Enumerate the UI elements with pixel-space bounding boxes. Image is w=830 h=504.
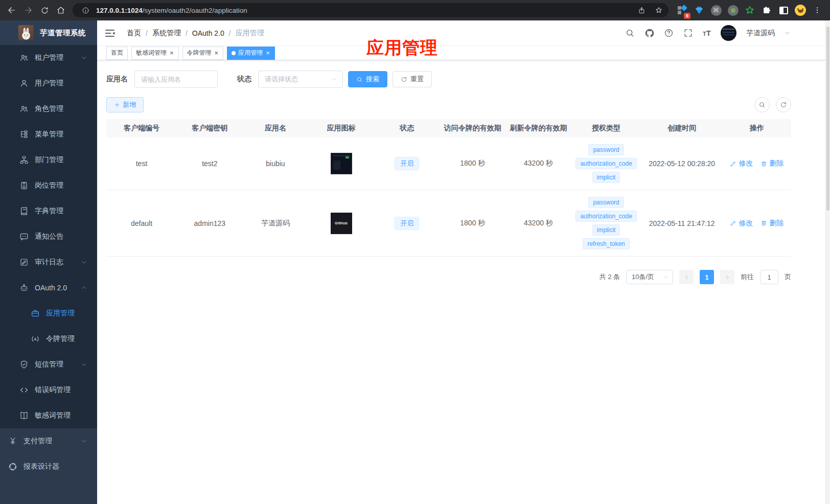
- browser-reload-icon[interactable]: [37, 3, 52, 18]
- share-icon[interactable]: [635, 4, 648, 17]
- recorder-extension-icon[interactable]: [725, 3, 741, 18]
- github-icon[interactable]: [644, 28, 654, 38]
- sidebar-item-label: 审计日志: [35, 258, 63, 267]
- column-header-应用名: 应用名: [243, 124, 309, 133]
- column-header-应用图标: 应用图标: [308, 124, 374, 133]
- browser-toolbar: 127.0.0.1:1024/system/oauth2/oauth2/appl…: [0, 0, 830, 20]
- prev-page-button[interactable]: [679, 270, 694, 284]
- search-button[interactable]: 搜索: [348, 71, 387, 87]
- close-tab-icon[interactable]: ×: [169, 50, 174, 56]
- grant-type-tag: implicit: [592, 172, 620, 183]
- column-header-创建时间: 创建时间: [641, 124, 722, 133]
- sidebar-item-label: 部门管理: [35, 155, 63, 165]
- sidebar-item-角色管理[interactable]: 角色管理: [0, 96, 97, 122]
- fullscreen-icon[interactable]: [683, 28, 693, 38]
- header-search-icon[interactable]: [625, 28, 635, 38]
- delete-link[interactable]: 删除: [760, 159, 783, 168]
- next-page-button[interactable]: [720, 270, 734, 284]
- tab-应用管理[interactable]: 应用管理×: [227, 47, 275, 60]
- user-name[interactable]: 芋道源码: [746, 29, 775, 38]
- sidebar-item-支付管理[interactable]: 支付管理: [0, 428, 97, 454]
- extension-badge: 9: [684, 13, 690, 19]
- add-button[interactable]: 新增: [106, 97, 144, 112]
- goto-page-input[interactable]: [760, 270, 778, 284]
- page-size-select[interactable]: 10条/页: [626, 270, 673, 284]
- refresh-table-icon[interactable]: [776, 97, 791, 112]
- sidebar-item-敏感词管理[interactable]: 敏感词管理: [0, 403, 97, 428]
- post-badge-icon: [19, 181, 29, 190]
- sidebar-item-label: 角色管理: [35, 104, 63, 113]
- plus-icon: [114, 102, 120, 108]
- delete-icon: [760, 220, 767, 226]
- page-number-1[interactable]: 1: [700, 270, 714, 284]
- puzzle-extensions-icon[interactable]: [759, 3, 774, 18]
- sidebar-item-审计日志[interactable]: 审计日志: [0, 249, 97, 275]
- sidebar-item-用户管理[interactable]: 用户管理: [0, 71, 97, 96]
- column-header-操作: 操作: [723, 124, 791, 133]
- cell-client-secret: test2: [202, 159, 217, 168]
- command-extension-icon[interactable]: ⌘: [708, 3, 724, 18]
- chevron-down-icon: [81, 259, 87, 265]
- edit-link[interactable]: 修改: [730, 219, 753, 228]
- delete-link[interactable]: 删除: [760, 219, 783, 228]
- sidepanel-icon[interactable]: [776, 3, 791, 18]
- edit-link[interactable]: 修改: [730, 159, 753, 168]
- tampermonkey-extension-icon[interactable]: 9: [675, 3, 690, 18]
- browser-back-icon[interactable]: [4, 3, 19, 18]
- user-caret-down-icon[interactable]: [785, 30, 790, 36]
- tab-首页[interactable]: 首页: [106, 47, 128, 60]
- sidebar-item-应用管理[interactable]: 应用管理: [0, 301, 97, 326]
- help-icon[interactable]: [664, 28, 674, 38]
- breadcrumb-item-首页[interactable]: 首页: [127, 29, 141, 38]
- token-icon: A: [31, 334, 40, 343]
- app-icon-screenshot: [331, 153, 352, 174]
- cell-app-name: 芋道源码: [261, 219, 290, 228]
- address-bar[interactable]: 127.0.0.1:1024/system/oauth2/oauth2/appl…: [73, 3, 668, 17]
- sidebar-item-报表设计器[interactable]: 报表设计器: [0, 454, 97, 479]
- scrollbar-track[interactable]: [825, 20, 830, 504]
- breadcrumb-item-系统管理[interactable]: 系统管理: [152, 29, 181, 38]
- bookmark-star-icon[interactable]: [652, 4, 665, 17]
- message-icon: [19, 232, 29, 241]
- browser-menu-icon[interactable]: [810, 3, 825, 18]
- sidebar-item-字典管理[interactable]: 字典管理: [0, 198, 97, 224]
- collapse-sidebar-icon[interactable]: [104, 28, 116, 39]
- site-info-icon[interactable]: [79, 4, 92, 17]
- browser-home-icon[interactable]: [53, 3, 68, 18]
- logo-rabbit-image: [18, 25, 34, 40]
- font-size-icon[interactable]: TT: [703, 29, 711, 37]
- tab-敏感词管理[interactable]: 敏感词管理×: [131, 47, 179, 60]
- app-logo[interactable]: 芋道管理系统: [0, 20, 97, 45]
- sidebar-item-岗位管理[interactable]: 岗位管理: [0, 173, 97, 198]
- sidebar-item-令牌管理[interactable]: A令牌管理: [0, 326, 97, 352]
- sidebar-item-通知公告[interactable]: 通知公告: [0, 224, 97, 249]
- sidebar-item-错误码管理[interactable]: 错误码管理: [0, 377, 97, 403]
- breadcrumb-item-OAuth 2.0[interactable]: OAuth 2.0: [192, 29, 224, 37]
- status-select[interactable]: 请选择状态: [258, 71, 343, 88]
- star-extension-icon[interactable]: [742, 3, 757, 18]
- sidebar-item-菜单管理[interactable]: 菜单管理: [0, 122, 97, 147]
- robot-icon: [19, 283, 29, 292]
- sidebar-item-OAuth 2.0[interactable]: OAuth 2.0: [0, 275, 97, 301]
- column-header-授权类型: 授权类型: [571, 124, 641, 133]
- browser-forward-icon[interactable]: [20, 3, 36, 18]
- avatar[interactable]: [721, 25, 736, 41]
- close-tab-icon[interactable]: ×: [214, 50, 219, 56]
- sidebar-item-短信管理[interactable]: 短信管理: [0, 352, 97, 377]
- sidebar-item-部门管理[interactable]: 部门管理: [0, 147, 97, 173]
- delete-icon: [760, 161, 767, 167]
- gem-extension-icon[interactable]: [691, 3, 707, 18]
- tab-令牌管理[interactable]: 令牌管理×: [182, 47, 224, 60]
- profile-emoji-icon[interactable]: [793, 3, 808, 18]
- close-tab-icon[interactable]: ×: [265, 50, 270, 56]
- table-body: testtest2biubiu开启1800 秒43200 秒passwordau…: [106, 138, 791, 257]
- sidebar-item-label: 应用管理: [46, 309, 75, 318]
- reset-button[interactable]: 重置: [393, 71, 432, 87]
- grant-types: passwordauthorization_codeimplicitrefres…: [575, 190, 636, 256]
- app-name-input[interactable]: [134, 71, 218, 88]
- url-text: 127.0.0.1:1024/system/oauth2/oauth2/appl…: [96, 7, 631, 14]
- sidebar-item-租户管理[interactable]: 租户管理: [0, 45, 97, 71]
- scrollbar-thumb[interactable]: [826, 27, 829, 211]
- pagination: 共 2 条 10条/页 1 前往 页: [106, 270, 791, 284]
- toggle-search-icon[interactable]: [754, 97, 770, 112]
